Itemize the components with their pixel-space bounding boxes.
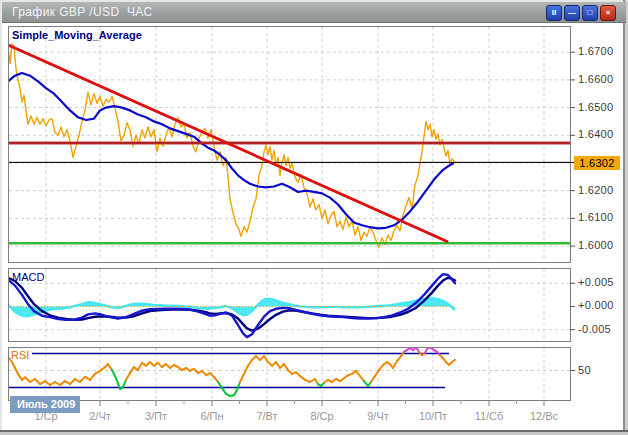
month-badge: Июль 2009 (10, 396, 80, 413)
rsi-axis-label: 50 (578, 364, 591, 376)
current-price-badge: 1.6302 (574, 156, 620, 170)
price-axis-label: 1.6600 (578, 73, 613, 85)
chart-mode-button[interactable]: II (546, 5, 562, 21)
date-label: 9/Чт (355, 410, 401, 422)
price-chart-panel[interactable] (8, 26, 571, 263)
date-label: 6/Пн (189, 410, 235, 422)
date-label: 11/Сб (466, 410, 512, 422)
macd-axis-label: -0.005 (578, 323, 611, 335)
date-label: 7/Вт (244, 410, 290, 422)
date-label: 2/Чт (77, 410, 123, 422)
macd-axis-label: +0.005 (578, 276, 614, 288)
macd-panel[interactable] (8, 268, 571, 342)
macd-indicator-label: MACD (12, 271, 44, 283)
maximize-button[interactable]: □ (582, 5, 598, 21)
minimize-button[interactable]: — (564, 5, 580, 21)
macd-axis-label: +0.000 (578, 299, 614, 311)
price-axis-label: 1.6100 (578, 211, 613, 223)
sma-indicator-label: Simple_Moving_Average (12, 29, 142, 41)
window-title: График GBP /USD ЧАС (12, 5, 153, 19)
window-controls: II — □ × (546, 5, 616, 21)
date-label: 10/Пт (410, 410, 456, 422)
price-axis-label: 1.6200 (578, 184, 613, 196)
date-label: 8/Ср (299, 410, 345, 422)
chart-window: График GBP /USD ЧАС II — □ × Simple_Movi… (0, 0, 628, 435)
date-label: 12/Вс (521, 410, 567, 422)
price-axis-label: 1.6400 (578, 128, 613, 140)
rsi-indicator-label: RSI (11, 349, 29, 361)
price-axis-label: 1.6000 (578, 239, 613, 251)
close-button[interactable]: × (600, 5, 616, 21)
price-axis-label: 1.6700 (578, 45, 613, 57)
rsi-panel[interactable] (8, 347, 571, 401)
date-label: 3/Пт (133, 410, 179, 422)
title-bar[interactable]: График GBP /USD ЧАС II — □ × (2, 2, 626, 23)
price-axis-label: 1.6500 (578, 101, 613, 113)
frame-left (0, 0, 2, 435)
